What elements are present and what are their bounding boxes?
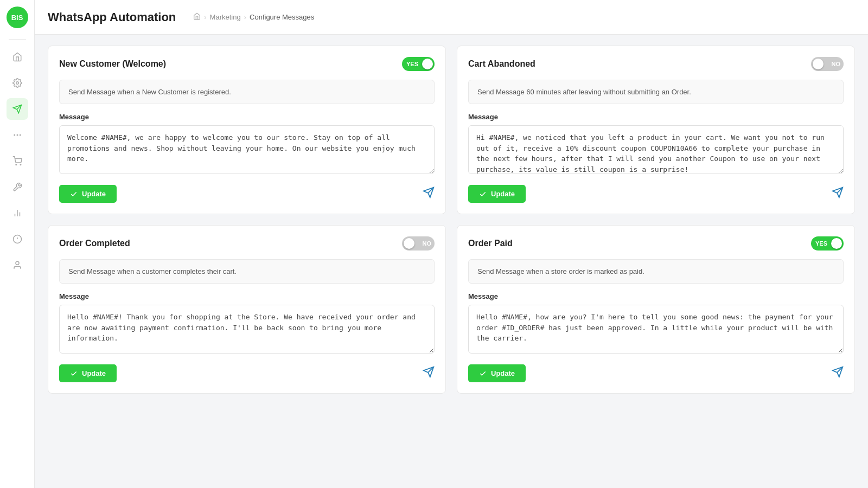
breadcrumb-sep-1: › [204, 13, 206, 21]
message-textarea-order-paid[interactable]: Hello #NAME#, how are you? I'm here to t… [468, 305, 844, 354]
sidebar-item-analytics[interactable] [7, 202, 28, 224]
sidebar-item-marketing[interactable] [7, 98, 28, 120]
svg-point-2 [16, 134, 18, 136]
desc-box-order-completed: Send Message when a customer completes t… [59, 259, 435, 284]
svg-point-3 [19, 134, 21, 136]
sidebar-item-more[interactable] [7, 124, 28, 146]
card-header-cart-abandoned: Cart Abandoned NO [468, 57, 844, 71]
update-button-order-completed[interactable]: Update [59, 364, 117, 382]
toggle-order-completed[interactable]: NO [402, 236, 435, 251]
svg-point-4 [16, 164, 17, 165]
card-footer-cart-abandoned: Update [468, 185, 844, 203]
sidebar-item-settings[interactable] [7, 72, 28, 94]
desc-box-new-customer: Send Message when a New Customer is regi… [59, 80, 435, 104]
page-title: WhatsApp Automation [48, 10, 176, 24]
message-label-order-completed: Message [59, 292, 435, 300]
svg-point-12 [16, 261, 19, 265]
send-icon-cart-abandoned[interactable] [832, 187, 844, 201]
breadcrumb: › Marketing › Configure Messages [193, 12, 314, 22]
update-button-new-customer[interactable]: Update [59, 185, 117, 203]
send-icon-order-paid[interactable] [832, 366, 844, 381]
toggle-order-paid[interactable]: YES [811, 236, 844, 251]
card-title-new-customer: New Customer (Welcome) [59, 59, 166, 69]
toggle-knob-cart-abandoned [813, 59, 824, 69]
toggle-knob-order-completed [404, 238, 414, 249]
breadcrumb-marketing: Marketing [210, 13, 241, 21]
card-footer-new-customer: Update [59, 185, 435, 203]
toggle-label-order-completed: NO [423, 240, 432, 247]
toggle-label-new-customer: YES [406, 61, 418, 67]
message-label-order-paid: Message [468, 292, 844, 300]
card-title-cart-abandoned: Cart Abandoned [468, 59, 535, 69]
desc-box-order-paid: Send Message when a store order is marke… [468, 259, 844, 284]
message-textarea-cart-abandoned[interactable]: Hi #NAME#, we noticed that you left a pr… [468, 125, 844, 174]
main-content: WhatsApp Automation › Marketing › Config… [35, 0, 868, 488]
app-logo: BIS [7, 7, 28, 28]
card-footer-order-paid: Update [468, 364, 844, 382]
svg-point-1 [14, 134, 15, 136]
card-footer-order-completed: Update [59, 364, 435, 382]
toggle-knob-order-paid [831, 238, 842, 249]
breadcrumb-configure-messages: Configure Messages [250, 13, 314, 21]
sidebar-item-ideas[interactable] [7, 228, 28, 250]
card-new-customer: New Customer (Welcome) YES Send Message … [48, 46, 446, 214]
toggle-label-order-paid: YES [815, 240, 827, 247]
cards-grid: New Customer (Welcome) YES Send Message … [48, 46, 855, 394]
card-cart-abandoned: Cart Abandoned NO Send Message 60 minute… [457, 46, 855, 214]
card-order-paid: Order Paid YES Send Message when a store… [457, 225, 855, 394]
sidebar-item-cart[interactable] [7, 150, 28, 172]
message-label-new-customer: Message [59, 113, 435, 121]
svg-point-0 [16, 82, 18, 85]
message-textarea-new-customer[interactable]: Welcome #NAME#, we are happy to welcome … [59, 125, 435, 174]
message-textarea-order-completed[interactable]: Hello #NAME#! Thank you for shopping at … [59, 305, 435, 354]
svg-point-5 [20, 164, 21, 165]
card-title-order-completed: Order Completed [59, 239, 130, 248]
header: WhatsApp Automation › Marketing › Config… [35, 0, 868, 35]
toggle-label-cart-abandoned: NO [832, 61, 841, 67]
toggle-cart-abandoned[interactable]: NO [811, 57, 844, 71]
message-label-cart-abandoned: Message [468, 113, 844, 121]
card-header-new-customer: New Customer (Welcome) YES [59, 57, 435, 71]
send-icon-new-customer[interactable] [423, 187, 435, 201]
card-header-order-completed: Order Completed NO [59, 236, 435, 251]
sidebar-divider-1 [9, 39, 26, 40]
sidebar: BIS [0, 0, 35, 488]
card-header-order-paid: Order Paid YES [468, 236, 844, 251]
card-title-order-paid: Order Paid [468, 239, 513, 248]
desc-box-cart-abandoned: Send Message 60 minutes after leaving wi… [468, 80, 844, 104]
toggle-new-customer[interactable]: YES [402, 57, 435, 71]
content-area: New Customer (Welcome) YES Send Message … [35, 35, 868, 488]
update-button-cart-abandoned[interactable]: Update [468, 185, 526, 203]
toggle-knob-new-customer [422, 59, 433, 69]
sidebar-item-tools[interactable] [7, 176, 28, 198]
breadcrumb-sep-2: › [244, 13, 246, 21]
sidebar-item-home[interactable] [7, 46, 28, 68]
card-order-completed: Order Completed NO Send Message when a c… [48, 225, 446, 394]
breadcrumb-home-icon [193, 12, 201, 22]
send-icon-order-completed[interactable] [423, 366, 435, 381]
sidebar-item-profile[interactable] [7, 254, 28, 276]
update-button-order-paid[interactable]: Update [468, 364, 526, 382]
